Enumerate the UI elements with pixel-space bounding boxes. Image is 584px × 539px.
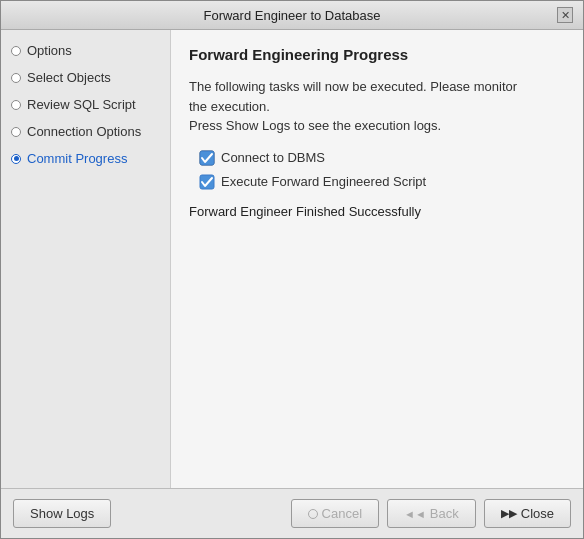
sidebar-item-label-connection-options: Connection Options [27, 124, 141, 139]
sidebar-bullet-options [11, 46, 21, 56]
sidebar-item-label-options: Options [27, 43, 72, 58]
task-list: Connect to DBMS Execute Forward Engineer… [199, 150, 565, 190]
checkbox-execute-icon [199, 174, 215, 190]
sidebar-item-label-select-objects: Select Objects [27, 70, 111, 85]
task-label-connect: Connect to DBMS [221, 150, 325, 165]
close-dialog-button[interactable]: ▶▶ Close [484, 499, 571, 528]
cancel-icon [308, 509, 318, 519]
sidebar-item-commit-progress[interactable]: Commit Progress [1, 146, 170, 171]
footer-left: Show Logs [13, 499, 111, 528]
sidebar-item-connection-options[interactable]: Connection Options [1, 119, 170, 144]
title-bar: Forward Engineer to Database ✕ [1, 1, 583, 30]
desc-line2: the execution. [189, 99, 270, 114]
dialog-title: Forward Engineer to Database [27, 8, 557, 23]
sidebar-item-review-sql-script[interactable]: Review SQL Script [1, 92, 170, 117]
success-message: Forward Engineer Finished Successfully [189, 204, 565, 219]
cancel-label: Cancel [322, 506, 362, 521]
back-button[interactable]: ◄◄ Back [387, 499, 476, 528]
sidebar-item-label-commit-progress: Commit Progress [27, 151, 127, 166]
desc-line1: The following tasks will now be executed… [189, 79, 517, 94]
show-logs-button[interactable]: Show Logs [13, 499, 111, 528]
show-logs-label: Show Logs [30, 506, 94, 521]
sidebar-bullet-review-sql [11, 100, 21, 110]
sidebar-bullet-commit-progress [11, 154, 21, 164]
sidebar-bullet-select-objects [11, 73, 21, 83]
sidebar-item-label-review-sql: Review SQL Script [27, 97, 136, 112]
task-item-execute: Execute Forward Engineered Script [199, 174, 565, 190]
task-label-execute: Execute Forward Engineered Script [221, 174, 426, 189]
back-icon: ◄◄ [404, 508, 426, 520]
cancel-button[interactable]: Cancel [291, 499, 379, 528]
sidebar-item-options[interactable]: Options [1, 38, 170, 63]
footer: Show Logs Cancel ◄◄ Back ▶▶ Close [1, 488, 583, 538]
sidebar-bullet-connection-options [11, 127, 21, 137]
desc-line3: Press Show Logs to see the execution log… [189, 118, 441, 133]
sidebar: Options Select Objects Review SQL Script… [1, 30, 171, 488]
back-label: Back [430, 506, 459, 521]
dialog-body: Options Select Objects Review SQL Script… [1, 30, 583, 488]
dialog: Forward Engineer to Database ✕ Options S… [0, 0, 584, 539]
content-title: Forward Engineering Progress [189, 46, 565, 63]
content-area: Forward Engineering Progress The followi… [171, 30, 583, 488]
checkbox-connect-icon [199, 150, 215, 166]
task-item-connect: Connect to DBMS [199, 150, 565, 166]
close-dialog-label: Close [521, 506, 554, 521]
footer-right: Cancel ◄◄ Back ▶▶ Close [291, 499, 571, 528]
close-icon: ▶▶ [501, 507, 517, 520]
sidebar-item-select-objects[interactable]: Select Objects [1, 65, 170, 90]
description: The following tasks will now be executed… [189, 77, 565, 136]
close-button[interactable]: ✕ [557, 7, 573, 23]
